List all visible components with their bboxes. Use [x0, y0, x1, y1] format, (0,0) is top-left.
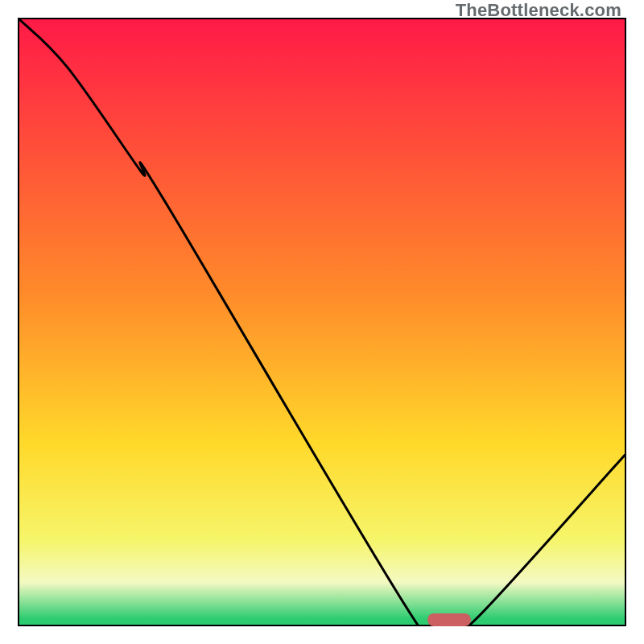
bottleneck-curve	[19, 19, 625, 625]
optimal-marker	[427, 613, 471, 626]
chart-plot-area	[18, 18, 626, 626]
